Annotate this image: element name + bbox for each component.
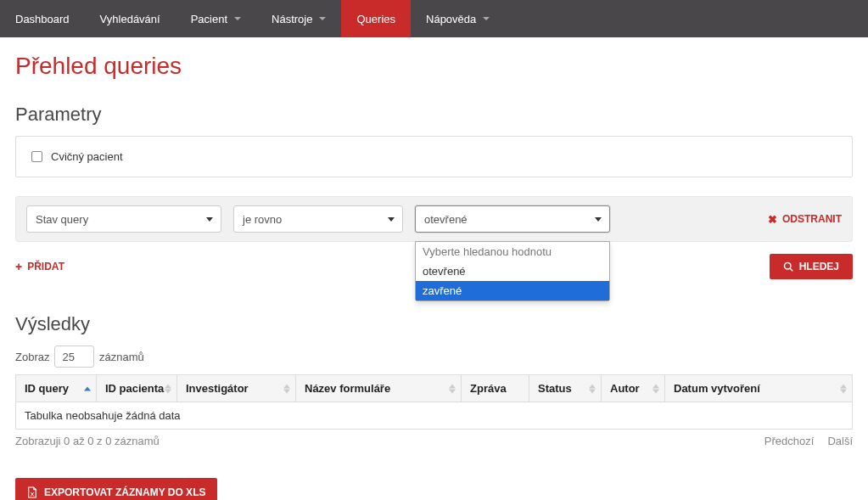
sort-asc-icon (840, 384, 847, 388)
chevron-down-icon (595, 217, 602, 222)
filter-value-dropdown: Vyberte hledanou hodnotu otevřené zavřen… (415, 241, 610, 301)
training-patient-checkbox[interactable]: Cvičný pacient (31, 150, 837, 163)
empty-message: Tabulka neobsahuje žádná data (16, 402, 853, 430)
sort-asc-icon (84, 386, 91, 390)
table-info: Zobrazuji 0 až 0 z 0 záznamů (15, 435, 160, 447)
svg-line-1 (790, 268, 792, 271)
sort-asc-icon (283, 384, 290, 388)
nav-queries[interactable]: Queries (341, 0, 411, 37)
col-investigator[interactable]: Investigátor (177, 375, 296, 402)
plus-icon: + (15, 260, 22, 273)
sort-desc-icon (165, 389, 171, 393)
col-id-query[interactable]: ID query (16, 375, 97, 402)
dropdown-option-open[interactable]: otevřené (416, 261, 609, 281)
add-filter-button[interactable]: + PŘIDAT (15, 260, 64, 273)
sort-desc-icon (840, 389, 847, 393)
sort-asc-icon (589, 384, 596, 388)
col-status[interactable]: Status (529, 375, 602, 402)
filter-operator-select[interactable]: je rovno (233, 205, 403, 233)
chevron-down-icon (388, 217, 395, 222)
file-excel-icon (27, 486, 37, 498)
nav-tools[interactable]: Nástroje (256, 0, 341, 37)
filter-value-select[interactable]: otevřené (415, 205, 610, 233)
length-prefix: Zobraz (15, 351, 49, 363)
close-icon: ✖ (768, 213, 777, 226)
col-form-name[interactable]: Název formuláře (296, 375, 462, 402)
nav-dashboard[interactable]: Dashboard (0, 0, 85, 37)
chevron-down-icon (483, 17, 490, 20)
dropdown-option-placeholder[interactable]: Vyberte hledanou hodnotu (416, 242, 609, 261)
chevron-down-icon (319, 17, 326, 20)
results-table: ID query ID pacienta Investigátor Název … (15, 374, 853, 430)
page-title: Přehled queries (15, 53, 853, 80)
sort-asc-icon (652, 384, 659, 388)
page-next[interactable]: Další (827, 435, 853, 447)
length-suffix: záznamů (99, 351, 144, 363)
dropdown-option-closed[interactable]: zavřené (416, 281, 609, 301)
pagination: Předchozí Další (764, 435, 853, 447)
table-row-empty: Tabulka neobsahuje žádná data (16, 402, 853, 430)
col-created[interactable]: Datum vytvoření (665, 375, 853, 402)
sort-desc-icon (449, 389, 456, 393)
svg-point-0 (784, 263, 791, 270)
sort-desc-icon (283, 389, 290, 393)
nav-search[interactable]: Vyhledávání (85, 0, 176, 37)
search-icon (783, 261, 793, 272)
nav-help[interactable]: Nápověda (411, 0, 505, 37)
remove-filter-button[interactable]: ✖ ODSTRANIT (768, 213, 842, 226)
sort-asc-icon (165, 384, 171, 388)
checkbox-label: Cvičný pacient (51, 150, 123, 163)
col-id-patient[interactable]: ID pacienta (97, 375, 177, 402)
nav-patient[interactable]: Pacient (176, 0, 256, 37)
export-xls-button[interactable]: EXPORTOVAT ZÁZNAMY DO XLS (15, 478, 217, 500)
chevron-down-icon (206, 217, 213, 222)
sort-desc-icon (589, 389, 596, 393)
search-button[interactable]: HLEDEJ (770, 254, 853, 279)
col-author[interactable]: Autor (602, 375, 665, 402)
main-navbar: Dashboard Vyhledávání Pacient Nástroje Q… (0, 0, 868, 37)
results-heading: Výsledky (15, 313, 853, 335)
params-heading: Parametry (15, 104, 853, 126)
checkbox-icon (31, 151, 42, 162)
page-length-row: Zobraz 25 záznamů (15, 346, 853, 368)
chevron-down-icon (234, 17, 241, 20)
sort-desc-icon (652, 389, 659, 393)
sort-asc-icon (449, 384, 456, 388)
page-prev[interactable]: Předchozí (764, 435, 815, 447)
params-checkbox-panel: Cvičný pacient (15, 136, 853, 177)
col-message[interactable]: Zpráva (462, 375, 529, 402)
filter-field-select[interactable]: Stav query (26, 205, 221, 233)
page-length-select[interactable]: 25 (54, 346, 93, 368)
filter-row: Stav query je rovno otevřené Vyberte hle… (15, 196, 853, 242)
